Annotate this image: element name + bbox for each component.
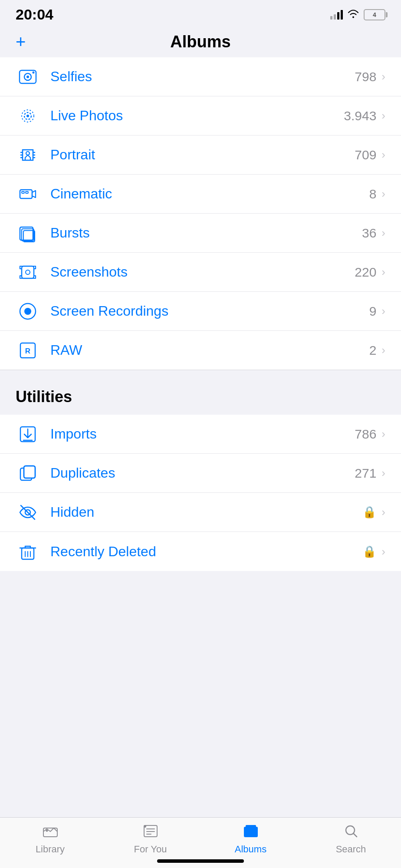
bursts-icon	[16, 221, 40, 245]
tab-albums[interactable]: Albums	[225, 825, 277, 855]
svg-point-47	[346, 826, 355, 835]
album-row-selfies[interactable]: Selfies 798 ›	[0, 57, 401, 96]
cinematic-label: Cinematic	[50, 186, 369, 202]
duplicates-label: Duplicates	[50, 465, 355, 481]
album-row-cinematic[interactable]: Cinematic 8 ›	[0, 175, 401, 214]
bursts-count: 36	[362, 226, 376, 241]
recentlydeleted-chevron: ›	[381, 545, 385, 558]
add-album-button[interactable]: +	[16, 32, 26, 52]
foryou-tab-icon	[143, 825, 158, 841]
status-time: 20:04	[16, 6, 53, 23]
livephotos-chevron: ›	[381, 109, 385, 122]
recentlydeleted-lock: 🔒	[362, 545, 376, 558]
svg-point-39	[46, 830, 48, 832]
cinematic-chevron: ›	[381, 187, 385, 201]
svg-rect-15	[22, 191, 24, 193]
search-tab-label: Search	[336, 844, 366, 855]
screenrecordings-chevron: ›	[381, 304, 385, 318]
svg-rect-16	[26, 191, 28, 193]
tab-search[interactable]: Search	[325, 825, 377, 855]
svg-point-3	[33, 71, 35, 73]
svg-point-7	[26, 152, 30, 155]
svg-rect-46	[246, 825, 256, 828]
search-tab-icon	[345, 825, 358, 841]
album-row-bursts[interactable]: Bursts 36 ›	[0, 214, 401, 253]
svg-rect-45	[244, 827, 258, 837]
screenrecordings-label: Screen Recordings	[50, 303, 369, 319]
raw-count: 2	[369, 343, 377, 358]
status-icons: 4	[330, 9, 385, 21]
page-header: + Albums	[0, 26, 401, 57]
hidden-icon	[16, 500, 40, 525]
utilities-list: Imports 786 › Duplicates 271 › Hidden 🔒 …	[0, 415, 401, 571]
bursts-chevron: ›	[381, 226, 385, 240]
page-title: Albums	[170, 33, 230, 51]
foryou-tab-label: For You	[134, 844, 167, 855]
imports-label: Imports	[50, 426, 355, 442]
hidden-chevron: ›	[381, 505, 385, 519]
tab-library[interactable]: Library	[24, 825, 76, 855]
svg-point-21	[26, 270, 30, 274]
screenrecordings-icon	[16, 299, 40, 323]
utility-row-hidden[interactable]: Hidden 🔒 ›	[0, 493, 401, 532]
screenshots-icon	[16, 260, 40, 284]
utility-row-recentlydeleted[interactable]: Recently Deleted 🔒 ›	[0, 532, 401, 571]
status-bar: 20:04 4	[0, 0, 401, 26]
recentlydeleted-icon	[16, 539, 40, 564]
portrait-icon	[16, 143, 40, 167]
library-tab-icon	[43, 825, 58, 841]
selfies-chevron: ›	[381, 70, 385, 83]
livephotos-icon	[16, 104, 40, 128]
utility-row-duplicates[interactable]: Duplicates 271 ›	[0, 454, 401, 493]
imports-count: 786	[355, 427, 376, 442]
cinematic-count: 8	[369, 187, 377, 201]
tab-foryou[interactable]: For You	[125, 825, 177, 855]
svg-rect-29	[24, 466, 35, 478]
imports-chevron: ›	[381, 427, 385, 441]
utilities-section-header: Utilities	[0, 370, 401, 415]
raw-label: RAW	[50, 342, 369, 358]
livephotos-count: 3.943	[344, 109, 376, 123]
battery-icon: 4	[364, 9, 385, 20]
screenrecordings-count: 9	[369, 304, 377, 319]
album-row-screenshots[interactable]: Screenshots 220 ›	[0, 253, 401, 292]
album-row-raw[interactable]: R RAW 2 ›	[0, 331, 401, 370]
svg-point-23	[24, 308, 31, 315]
raw-chevron: ›	[381, 343, 385, 357]
livephotos-label: Live Photos	[50, 108, 344, 124]
portrait-chevron: ›	[381, 148, 385, 162]
signal-icon	[330, 10, 343, 20]
duplicates-icon	[16, 461, 40, 485]
screenshots-label: Screenshots	[50, 264, 355, 280]
album-row-portrait[interactable]: Portrait 709 ›	[0, 135, 401, 175]
svg-rect-14	[20, 190, 32, 198]
albums-tab-label: Albums	[235, 844, 266, 855]
album-row-screenrecordings[interactable]: Screen Recordings 9 ›	[0, 292, 401, 331]
home-indicator	[157, 859, 244, 863]
bursts-label: Bursts	[50, 225, 362, 241]
wifi-icon	[347, 9, 359, 21]
recentlydeleted-label: Recently Deleted	[50, 544, 362, 560]
duplicates-count: 271	[355, 466, 376, 481]
utility-row-imports[interactable]: Imports 786 ›	[0, 415, 401, 454]
album-row-livephotos[interactable]: Live Photos 3.943 ›	[0, 96, 401, 135]
albums-tab-icon	[243, 825, 258, 841]
screenshots-count: 220	[355, 265, 376, 280]
hidden-label: Hidden	[50, 504, 362, 520]
selfies-icon	[16, 65, 40, 89]
cinematic-icon	[16, 182, 40, 206]
portrait-count: 709	[355, 148, 376, 162]
utilities-title: Utilities	[16, 388, 72, 406]
selfies-label: Selfies	[50, 69, 355, 85]
imports-icon	[16, 422, 40, 446]
hidden-lock: 🔒	[362, 505, 376, 519]
svg-point-44	[144, 825, 146, 828]
albums-list: Selfies 798 › Live Photos 3.943 ›	[0, 57, 401, 370]
svg-point-5	[26, 115, 29, 117]
screenshots-chevron: ›	[381, 265, 385, 279]
raw-icon: R	[16, 338, 40, 363]
svg-line-48	[354, 834, 357, 837]
portrait-label: Portrait	[50, 147, 355, 163]
library-tab-label: Library	[36, 844, 65, 855]
selfies-count: 798	[355, 69, 376, 84]
